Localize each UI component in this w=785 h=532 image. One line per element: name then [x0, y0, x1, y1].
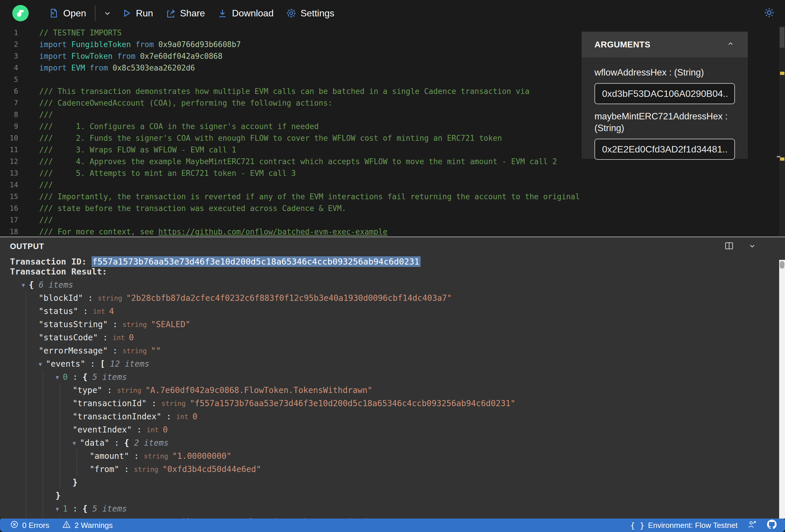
errors-status[interactable]: 0 Errors: [10, 520, 49, 531]
collapse-toggle[interactable]: ▼: [56, 506, 59, 512]
code-segment: // TESTNET IMPORTS: [39, 28, 122, 37]
json-items: 5 items: [93, 504, 127, 513]
indent-guide: [26, 489, 26, 502]
line-number: 9: [0, 122, 23, 130]
transaction-id-line: Transaction ID: f557a1573b76aa53e73d46f3…: [10, 257, 785, 267]
code-segment: import: [39, 40, 71, 49]
json-key: "blockId": [39, 293, 83, 303]
environment-label: Environment: Flow Testnet: [648, 521, 738, 530]
feedback-person-icon[interactable]: [748, 520, 757, 531]
code-text: /// For more context, see https://github…: [23, 227, 387, 236]
json-colon: :: [98, 333, 113, 343]
warning-marker: [780, 72, 784, 75]
run-button[interactable]: Run: [121, 8, 153, 19]
share-icon: [166, 8, 176, 19]
code-text: /// state before the transaction was exe…: [23, 204, 346, 213]
json-row: "eventIndex" : int 0: [10, 423, 785, 436]
editor-scrollbar[interactable]: [779, 26, 785, 236]
arguments-body: wflowAddressHex : (String) maybeMintERC7…: [582, 57, 748, 171]
theme-toggle-button[interactable]: [763, 7, 775, 20]
flow-logo[interactable]: [12, 5, 29, 21]
open-button[interactable]: Open: [49, 8, 86, 19]
json-row: ▼{ 6 items: [10, 278, 785, 292]
json-row: ▼"data" : { 2 items: [10, 436, 785, 450]
indent-guide: [26, 502, 26, 515]
github-icon[interactable]: [767, 520, 777, 531]
code-text: import EVM from 0x8c5303eaa26202d6: [23, 64, 195, 72]
split-view-icon[interactable]: [724, 241, 734, 252]
code-segment: /// 1. Configures a COA in the signer's …: [39, 122, 319, 131]
json-colon: :: [108, 346, 123, 356]
transaction-id-label: Transaction ID:: [10, 257, 92, 267]
json-num: 0: [163, 425, 168, 435]
output-scrollbar[interactable]: [779, 260, 785, 518]
collapse-toggle[interactable]: ▼: [73, 440, 76, 446]
line-number: 15: [0, 193, 23, 201]
indent-guide: [26, 423, 26, 436]
code-segment: FungibleToken: [71, 40, 135, 49]
arguments-header[interactable]: ARGUMENTS: [582, 32, 748, 57]
json-key: "status": [39, 306, 78, 316]
share-button[interactable]: Share: [166, 8, 205, 19]
code-line: 14///: [0, 179, 785, 191]
collapse-toggle[interactable]: ▼: [22, 282, 25, 288]
collapse-toggle[interactable]: ▼: [39, 361, 42, 367]
chevron-down-icon[interactable]: [748, 241, 757, 252]
file-icon: [49, 8, 59, 19]
chevron-up-icon[interactable]: [726, 40, 735, 49]
code-segment: 0x8c5303eaa26202d6: [112, 64, 195, 72]
json-row: }: [10, 476, 785, 489]
code-line: 18/// For more context, see https://gith…: [0, 226, 785, 236]
code-line: 17///: [0, 214, 785, 226]
json-row: "statusString" : string "SEALED": [10, 318, 785, 331]
indent-guide: [26, 515, 26, 518]
json-colon: :: [129, 451, 144, 461]
indent-guide: [26, 397, 26, 410]
argument-input-wflow[interactable]: [594, 83, 735, 104]
json-colon: :: [147, 399, 161, 408]
json-brace: {: [124, 438, 134, 448]
json-row: ▼"events" : [ 12 items: [10, 357, 785, 371]
environment-status[interactable]: { } Environment: Flow Testnet: [630, 521, 738, 530]
indent-guide: [26, 450, 26, 463]
json-str: "A.7e60df042a9c0868.FlowToken.TokensWith…: [146, 385, 372, 395]
indent-guide: [26, 357, 26, 371]
transaction-result-label: Transaction Result:: [10, 267, 785, 277]
output-scrollbar-thumb[interactable]: [780, 261, 784, 269]
json-typ: string: [161, 400, 190, 407]
json-key: "transactionIndex": [73, 412, 161, 422]
json-typ: string: [98, 295, 126, 302]
collapse-toggle[interactable]: ▼: [56, 374, 59, 380]
code-text: /// This transaction demonstrates how mu…: [23, 87, 530, 96]
download-button[interactable]: Download: [217, 8, 273, 19]
json-key: "amount": [90, 451, 129, 461]
indent-guide: [60, 450, 60, 463]
json-brace: {: [82, 504, 93, 513]
json-brace: {: [29, 280, 39, 290]
transaction-id-value[interactable]: f557a1573b76aa53e73d46f3e10d200d5c18a653…: [92, 256, 420, 267]
argument-input-maybemint[interactable]: [594, 139, 735, 160]
json-num: 0: [129, 333, 134, 343]
status-bar: 0 Errors 2 Warnings { } Environment: Flo…: [0, 518, 785, 532]
json-brace: {: [82, 372, 93, 382]
json-colon: :: [119, 464, 134, 474]
code-text: ///: [23, 216, 53, 224]
json-brace: [: [100, 359, 110, 369]
code-link[interactable]: https://github.com/onflow/batched-evm-ex…: [158, 227, 387, 236]
indent-guide: [26, 318, 26, 331]
editor-scrollbar-thumb[interactable]: [780, 27, 784, 48]
open-menu-button[interactable]: [102, 8, 112, 18]
code-text: ///: [23, 110, 53, 119]
settings-label: Settings: [301, 8, 334, 19]
code-segment: /// 4. Approves the example MaybeMintERC…: [39, 157, 557, 166]
json-typ: int: [176, 413, 192, 421]
json-row: "type" : string "A.7e60df042a9c0868.Flow…: [10, 515, 785, 518]
json-row: "transactionIndex" : int 0: [10, 410, 785, 423]
json-idx: 1: [62, 504, 68, 513]
code-segment: /// state before the transaction was exe…: [39, 204, 346, 213]
indent-guide: [60, 476, 60, 489]
warnings-status[interactable]: 2 Warnings: [62, 520, 113, 531]
indent-guide: [60, 436, 60, 450]
settings-button[interactable]: Settings: [286, 8, 334, 19]
code-segment: import: [39, 64, 71, 72]
